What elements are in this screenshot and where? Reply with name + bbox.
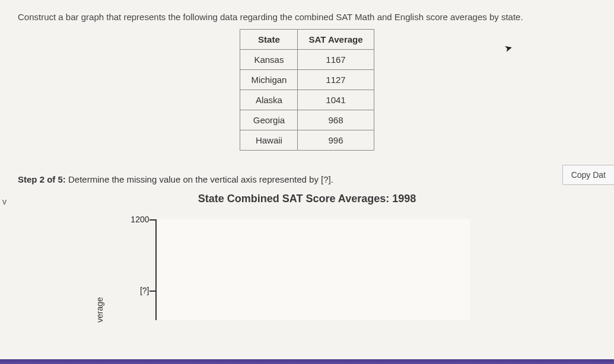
table-header-state: State xyxy=(240,30,298,50)
cell-state: Michigan xyxy=(240,70,298,90)
axis-tick xyxy=(149,219,155,221)
cursor-icon: ➤ xyxy=(503,42,513,55)
table-row: Alaska 1041 xyxy=(240,90,374,110)
cell-value: 968 xyxy=(298,110,374,130)
cell-value: 1167 xyxy=(298,50,374,70)
step-instruction: Step 2 of 5: Determine the missing value… xyxy=(18,174,614,184)
step-text: Determine the missing value on the verti… xyxy=(66,174,333,184)
table-header-average: SAT Average xyxy=(298,30,374,50)
cell-state: Kansas xyxy=(240,50,298,70)
bottom-bar xyxy=(0,359,614,364)
table-row: Michigan 1127 xyxy=(240,70,374,90)
cell-value: 1041 xyxy=(298,90,374,110)
cell-value: 1127 xyxy=(298,70,374,90)
table-row: Kansas 1167 xyxy=(240,50,374,70)
cell-state: Hawaii xyxy=(240,130,298,151)
axis-tick xyxy=(149,290,155,292)
question-prompt: Construct a bar graph that represents th… xyxy=(18,12,614,22)
step-label: Step 2 of 5: xyxy=(18,174,66,184)
copy-data-button[interactable]: Copy Dat xyxy=(562,165,614,185)
cell-state: Georgia xyxy=(240,110,298,130)
cell-value: 996 xyxy=(298,130,374,151)
chart-title: State Combined SAT Score Averages: 1998 xyxy=(0,193,614,205)
left-tab-fragment: v xyxy=(0,196,9,207)
plot-area xyxy=(155,219,470,320)
sat-data-table: State SAT Average Kansas 1167 Michigan 1… xyxy=(240,29,374,151)
axis-tick-label-1200: 1200 xyxy=(120,215,149,224)
chart-area: 1200 [?] verage xyxy=(123,216,491,323)
y-axis-label-fragment: verage xyxy=(95,297,104,323)
table-row: Georgia 968 xyxy=(240,110,374,130)
cell-state: Alaska xyxy=(240,90,298,110)
axis-tick-label-unknown: [?] xyxy=(120,286,149,295)
table-row: Hawaii 996 xyxy=(240,130,374,151)
